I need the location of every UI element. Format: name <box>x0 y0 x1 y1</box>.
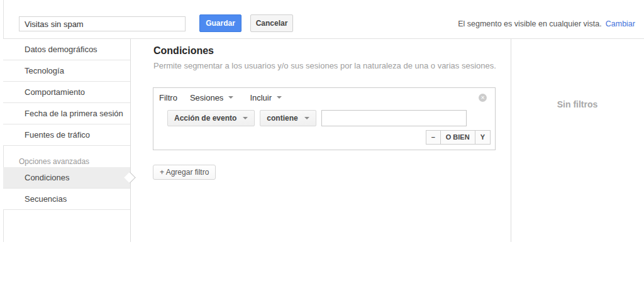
sidebar-item-label: Secuencias <box>25 194 67 204</box>
and-condition-button[interactable]: Y <box>475 130 491 145</box>
add-filter-button[interactable]: + Agregar filtro <box>153 165 216 180</box>
sidebar-item-condiciones[interactable]: Condiciones <box>3 167 130 189</box>
chevron-down-icon <box>228 96 233 99</box>
operator-dropdown[interactable]: contiene <box>260 110 316 126</box>
sidebar-item-label: Fuentes de tráfico <box>25 130 90 140</box>
chevron-down-icon <box>277 96 282 99</box>
sidebar-item-fecha-primera-sesion[interactable]: Fecha de la primera sesión <box>3 103 130 124</box>
change-visibility-link[interactable]: Cambiar <box>606 19 635 28</box>
close-icon[interactable]: ✕ <box>479 94 487 102</box>
sidebar: Datos demográficos Tecnología Comportami… <box>3 39 130 210</box>
remove-condition-button[interactable]: – <box>426 130 441 145</box>
operator-dropdown-value: contiene <box>267 114 297 123</box>
sidebar-item-label: Fecha de la primera sesión <box>25 109 123 118</box>
filter-scope-value: Sesiones <box>190 93 223 102</box>
sidebar-item-fuentes-trafico[interactable]: Fuentes de tráfico <box>3 124 130 146</box>
filter-include-dropdown[interactable]: Incluir <box>250 93 282 102</box>
sidebar-item-comportamiento[interactable]: Comportamiento <box>3 82 130 103</box>
condition-logic-buttons: – O BIEN Y <box>426 130 491 145</box>
no-filters-text: Sin filtros <box>511 99 644 109</box>
or-condition-button[interactable]: O BIEN <box>441 130 475 145</box>
advanced-options-label: Opciones avanzadas <box>3 156 130 167</box>
visibility-text: El segmento es visible en cualquier vist… <box>458 19 602 28</box>
page-description: Permite segmentar a los usuarios y/o sus… <box>153 61 496 70</box>
filter-card: Filtro Sesiones Incluir ✕ Acción de even… <box>153 87 496 150</box>
chevron-down-icon <box>304 117 309 119</box>
dimension-dropdown[interactable]: Acción de evento <box>167 110 255 126</box>
sidebar-item-label: Tecnología <box>25 66 64 75</box>
sidebar-item-label: Comportamiento <box>25 87 85 97</box>
sidebar-divider <box>130 39 131 242</box>
sidebar-item-label: Condiciones <box>25 173 70 182</box>
sidebar-item-tecnologia[interactable]: Tecnología <box>3 60 130 82</box>
segment-builder-window: Guardar Cancelar El segmento es visible … <box>0 0 644 291</box>
page-title: Condiciones <box>153 45 214 57</box>
sidebar-item-secuencias[interactable]: Secuencias <box>3 189 130 210</box>
save-button[interactable]: Guardar <box>199 14 242 32</box>
filter-label: Filtro <box>159 93 177 102</box>
sidebar-item-datos-demograficos[interactable]: Datos demográficos <box>3 39 130 60</box>
segment-name-input[interactable] <box>19 16 186 31</box>
filter-header: Filtro Sesiones Incluir <box>153 88 495 107</box>
summary-panel: Sin filtros <box>511 39 644 242</box>
filter-scope-dropdown[interactable]: Sesiones <box>190 93 233 102</box>
segment-visibility: El segmento es visible en cualquier vist… <box>458 19 635 28</box>
filter-value-input[interactable] <box>321 110 467 126</box>
sidebar-item-label: Datos demográficos <box>25 45 97 54</box>
chevron-down-icon <box>243 117 248 119</box>
cancel-button[interactable]: Cancelar <box>250 14 293 32</box>
condition-row: Acción de evento contiene <box>167 110 467 126</box>
dimension-dropdown-value: Acción de evento <box>174 114 236 123</box>
filter-include-value: Incluir <box>250 93 272 102</box>
